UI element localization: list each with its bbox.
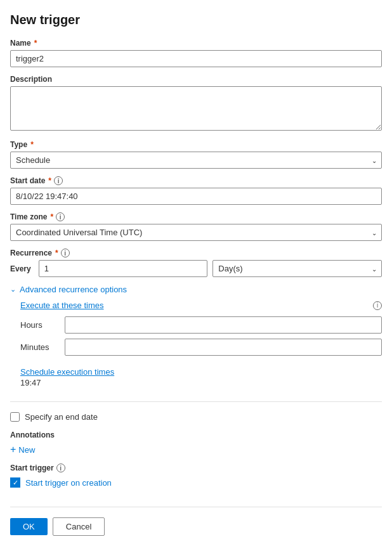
recurrence-info-icon[interactable]: i [61,249,70,257]
start-trigger-section: Start trigger i ✓ Start trigger on creat… [10,464,382,488]
timezone-select-wrapper: Coordinated Universal Time (UTC) ⌄ [10,224,382,241]
end-date-row: Specify an end date [10,412,382,422]
description-field-group: Description [10,75,382,133]
description-label: Description [10,75,382,84]
recurrence-row: Every Day(s) Hour(s) Minute(s) Week(s) M… [10,260,382,277]
execute-section: Execute at these times i Hours Minutes [20,301,382,387]
advanced-recurrence-section: ⌄ Advanced recurrence options Execute at… [10,285,382,387]
plus-icon: + [10,444,16,455]
annotations-label: Annotations [10,431,382,439]
annotations-section: Annotations + New [10,431,382,455]
timezone-info-icon[interactable]: i [56,212,65,221]
description-input[interactable] [10,86,382,131]
type-field-group: Type* Schedule Tumbling window Storage e… [10,140,382,169]
execute-info-icon[interactable]: i [373,301,382,310]
schedule-section: Schedule execution times 19:47 [20,362,382,387]
recurrence-label: Recurrence* i [10,249,382,257]
cancel-button[interactable]: Cancel [53,517,105,536]
ok-button[interactable]: OK [10,518,48,535]
timezone-label: Time zone* i [10,212,382,221]
hours-row: Hours [20,316,382,334]
recurrence-every-input[interactable] [39,260,208,277]
advanced-chevron-icon: ⌄ [10,285,16,294]
start-date-field-group: Start date* i [10,176,382,205]
type-select[interactable]: Schedule Tumbling window Storage events … [10,152,382,169]
start-trigger-row: ✓ Start trigger on creation [10,477,382,488]
start-trigger-label: Start trigger i [10,464,382,472]
execute-fields: Hours Minutes [20,316,382,356]
start-date-input[interactable] [10,188,382,205]
footer-bar: OK Cancel [10,507,382,536]
hours-label: Hours [20,320,58,330]
recurrence-unit-select[interactable]: Day(s) Hour(s) Minute(s) Week(s) Month(s… [212,260,382,277]
name-input[interactable] [10,50,382,67]
minutes-row: Minutes [20,339,382,356]
type-select-wrapper: Schedule Tumbling window Storage events … [10,152,382,169]
schedule-time: 19:47 [20,378,382,387]
minutes-input[interactable] [65,339,382,356]
divider [10,401,382,402]
execute-title[interactable]: Execute at these times [20,301,104,310]
start-trigger-checkbox[interactable]: ✓ [10,477,20,488]
end-date-label: Specify an end date [25,412,98,422]
page-title: New trigger [10,13,382,27]
new-label: New [18,445,35,455]
advanced-header[interactable]: ⌄ Advanced recurrence options [10,285,382,294]
start-date-label: Start date* i [10,176,382,185]
type-label: Type* [10,140,382,149]
name-field-group: Name* [10,39,382,67]
name-label: Name* [10,39,382,48]
new-annotation-button[interactable]: + New [10,444,35,455]
every-label: Every [10,264,31,273]
execute-header: Execute at these times i [20,301,382,310]
schedule-execution-link[interactable]: Schedule execution times [20,367,114,377]
timezone-select[interactable]: Coordinated Universal Time (UTC) [10,224,382,241]
checkmark-icon: ✓ [13,479,18,486]
minutes-label: Minutes [20,342,58,352]
start-date-info-icon[interactable]: i [54,176,63,185]
advanced-title: Advanced recurrence options [20,285,127,294]
recurrence-field-group: Recurrence* i Every Day(s) Hour(s) Minut… [10,249,382,277]
end-date-checkbox[interactable] [10,412,20,422]
timezone-field-group: Time zone* i Coordinated Universal Time … [10,212,382,241]
start-trigger-info-icon[interactable]: i [56,464,65,472]
hours-input[interactable] [65,316,382,334]
start-trigger-checkbox-label[interactable]: Start trigger on creation [25,478,112,488]
